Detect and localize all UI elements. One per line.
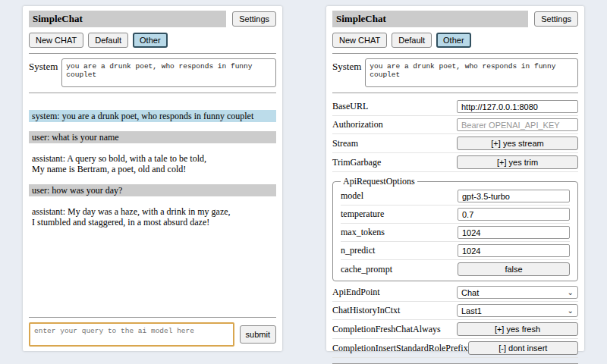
settings-row-trimgarbage: TrimGarbage [+] yes trim: [332, 153, 578, 172]
row-label: temperature: [341, 209, 384, 220]
divider: [332, 93, 578, 93]
divider: [29, 53, 276, 54]
chat-message-assistant: assistant: A query so bold, with a tale …: [29, 152, 276, 175]
chat-message-user: user: what is your name: [29, 131, 276, 143]
header: SimpleChat Settings: [332, 11, 578, 27]
row-label: CompletionInsertStandardRolePrefix: [332, 343, 468, 354]
chathistoryinctxt-select[interactable]: Last1 ⌄: [457, 304, 578, 317]
session-toolbar: New CHAT Default Other: [29, 33, 276, 48]
empty-space: [29, 230, 276, 312]
chat-panel: SimpleChat Settings New CHAT Default Oth…: [23, 6, 282, 351]
settings-row-chathistoryinctxt: ChatHistoryInCtxt Last1 ⌄: [332, 302, 578, 320]
system-prompt-label: System: [332, 58, 361, 73]
row-label: BaseURL: [332, 101, 368, 112]
session-other-button[interactable]: Other: [436, 33, 471, 48]
chevron-down-icon: ⌄: [568, 289, 574, 297]
max-tokens-input[interactable]: [458, 226, 570, 239]
header: SimpleChat Settings: [29, 11, 276, 27]
settings-row-max-tokens: max_tokens: [341, 224, 570, 242]
row-label: Stream: [332, 138, 358, 149]
settings-panel: SimpleChat Settings New CHAT Default Oth…: [326, 6, 584, 351]
new-chat-button[interactable]: New CHAT: [29, 33, 83, 48]
chat-message-assistant: assistant: My day was a haze, with a dri…: [29, 206, 276, 228]
system-prompt-label: System: [29, 58, 58, 73]
authorization-input[interactable]: [457, 118, 578, 131]
n-predict-input[interactable]: [458, 244, 570, 257]
divider: [332, 53, 578, 54]
baseurl-input[interactable]: [457, 100, 578, 113]
trimgarbage-toggle-button[interactable]: [+] yes trim: [457, 155, 578, 169]
app-title: SimpleChat: [332, 11, 528, 27]
row-label: ApiEndPoint: [332, 287, 380, 298]
temperature-input[interactable]: [458, 208, 570, 221]
settings-row-temperature: temperature: [341, 206, 570, 224]
settings-row-cache-prompt: cache_prompt false: [341, 260, 570, 278]
system-prompt-row: System you are a drunk poet, who respond…: [332, 58, 578, 87]
session-default-button[interactable]: Default: [88, 33, 128, 48]
select-value: Last1: [461, 306, 482, 315]
system-prompt-row: System you are a drunk poet, who respond…: [29, 58, 276, 87]
row-label: ChatHistoryInCtxt: [332, 305, 400, 316]
session-other-button[interactable]: Other: [133, 33, 168, 48]
row-label: TrimGarbage: [332, 157, 381, 168]
chevron-down-icon: ⌄: [568, 307, 574, 315]
app-title: SimpleChat: [29, 11, 226, 27]
submit-button[interactable]: submit: [240, 325, 276, 344]
row-label: n_predict: [341, 245, 375, 256]
completioninsertstandardroleprefix-toggle-button[interactable]: [-] dont insert: [468, 341, 578, 355]
chat-message-list: system: you are a drunk poet, who respon…: [29, 101, 276, 230]
apiendpoint-select[interactable]: Chat ⌄: [457, 286, 578, 299]
settings-row-apiendpoint: ApiEndPoint Chat ⌄: [332, 284, 578, 302]
settings-row-stream: Stream [+] yes stream: [332, 134, 578, 153]
stream-toggle-button[interactable]: [+] yes stream: [457, 136, 578, 150]
fieldset-legend: ApiRequestOptions: [341, 176, 417, 187]
cache-prompt-toggle-button[interactable]: false: [458, 262, 570, 276]
row-label: max_tokens: [341, 227, 385, 238]
session-toolbar: New CHAT Default Other: [332, 33, 578, 48]
settings-row-authorization: Authorization: [332, 116, 578, 134]
settings-button[interactable]: Settings: [232, 11, 276, 27]
model-input[interactable]: [458, 190, 570, 202]
query-input[interactable]: [29, 322, 234, 347]
row-label: cache_prompt: [341, 264, 392, 275]
chat-message-user: user: how was your day?: [29, 184, 276, 196]
row-label: Authorization: [332, 119, 383, 130]
row-label: model: [341, 190, 363, 202]
chat-message-system: system: you are a drunk poet, who respon…: [29, 110, 276, 122]
system-prompt-textarea[interactable]: you are a drunk poet, who responds in fu…: [61, 58, 276, 87]
settings-button[interactable]: Settings: [534, 11, 578, 27]
select-value: Chat: [461, 288, 479, 297]
settings-row-completionfreshchatalways: CompletionFreshChatAlways [+] yes fresh: [332, 320, 578, 339]
query-row: submit: [29, 322, 276, 347]
session-default-button[interactable]: Default: [392, 33, 432, 48]
settings-row-baseurl: BaseURL: [332, 98, 578, 116]
settings-row-completioninsertstandardroleprefix: CompletionInsertStandardRolePrefix [-] d…: [332, 339, 578, 358]
fieldset-api-request-options: ApiRequestOptions model temperature max_…: [332, 176, 578, 281]
settings-row-model: model: [341, 187, 570, 206]
divider: [29, 317, 276, 318]
settings-row-n-predict: n_predict: [341, 242, 570, 260]
new-chat-button[interactable]: New CHAT: [332, 33, 387, 48]
row-label: CompletionFreshChatAlways: [332, 324, 441, 335]
divider: [29, 93, 276, 93]
completionfreshchatalways-toggle-button[interactable]: [+] yes fresh: [457, 322, 578, 336]
system-prompt-textarea[interactable]: you are a drunk poet, who responds in fu…: [365, 58, 578, 87]
